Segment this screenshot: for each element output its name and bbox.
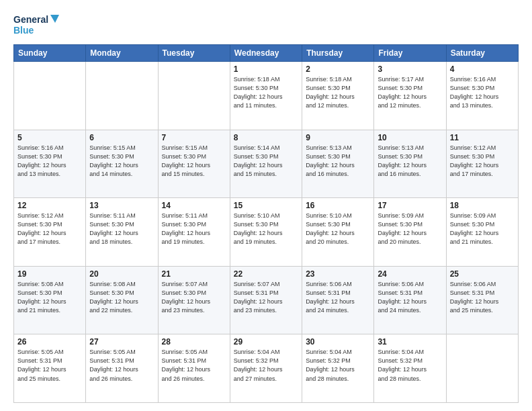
day-number: 26 (17, 337, 82, 347)
day-info: Sunrise: 5:04 AM Sunset: 5:32 PM Dayligh… (234, 348, 298, 383)
calendar-header-friday: Friday (374, 45, 446, 62)
day-number: 31 (378, 337, 442, 347)
day-number: 7 (162, 133, 226, 142)
day-info: Sunrise: 5:15 AM Sunset: 5:30 PM Dayligh… (162, 144, 226, 179)
calendar-cell (158, 62, 230, 130)
calendar-cell: 20Sunrise: 5:08 AM Sunset: 5:30 PM Dayli… (86, 266, 158, 334)
day-number: 10 (378, 133, 442, 142)
day-info: Sunrise: 5:11 AM Sunset: 5:30 PM Dayligh… (162, 212, 226, 246)
calendar-cell (86, 62, 158, 130)
day-number: 30 (306, 337, 370, 347)
day-info: Sunrise: 5:07 AM Sunset: 5:30 PM Dayligh… (162, 280, 226, 315)
calendar-cell: 24Sunrise: 5:06 AM Sunset: 5:31 PM Dayli… (374, 266, 446, 334)
day-number: 21 (162, 269, 226, 279)
day-info: Sunrise: 5:05 AM Sunset: 5:31 PM Dayligh… (162, 348, 226, 383)
day-number: 14 (162, 201, 226, 210)
calendar-header-saturday: Saturday (446, 45, 518, 62)
calendar-cell (446, 334, 518, 403)
calendar-week-row-1: 1Sunrise: 5:18 AM Sunset: 5:30 PM Daylig… (14, 62, 519, 130)
day-info: Sunrise: 5:09 AM Sunset: 5:30 PM Dayligh… (378, 212, 442, 246)
day-info: Sunrise: 5:06 AM Sunset: 5:31 PM Dayligh… (306, 280, 370, 315)
calendar-week-row-5: 26Sunrise: 5:05 AM Sunset: 5:31 PM Dayli… (14, 334, 519, 403)
day-number: 4 (450, 64, 515, 74)
day-number: 12 (17, 201, 82, 210)
day-number: 29 (234, 337, 298, 347)
day-number: 2 (306, 64, 370, 74)
calendar-cell: 3Sunrise: 5:17 AM Sunset: 5:30 PM Daylig… (374, 62, 446, 130)
day-number: 1 (234, 64, 298, 74)
calendar-cell: 1Sunrise: 5:18 AM Sunset: 5:30 PM Daylig… (230, 62, 302, 130)
calendar-cell: 5Sunrise: 5:16 AM Sunset: 5:30 PM Daylig… (14, 130, 86, 198)
day-info: Sunrise: 5:11 AM Sunset: 5:30 PM Dayligh… (89, 212, 154, 246)
day-number: 6 (89, 133, 154, 142)
svg-text:Blue: Blue (13, 25, 34, 36)
day-number: 11 (450, 133, 515, 142)
svg-marker-2 (50, 15, 59, 23)
calendar-cell (14, 62, 86, 130)
day-info: Sunrise: 5:18 AM Sunset: 5:30 PM Dayligh… (306, 75, 370, 110)
day-number: 19 (17, 269, 82, 279)
day-number: 3 (378, 64, 442, 74)
calendar-cell: 6Sunrise: 5:15 AM Sunset: 5:30 PM Daylig… (86, 130, 158, 198)
day-number: 13 (89, 201, 154, 210)
calendar-cell: 11Sunrise: 5:12 AM Sunset: 5:30 PM Dayli… (446, 130, 518, 198)
day-info: Sunrise: 5:16 AM Sunset: 5:30 PM Dayligh… (17, 144, 82, 179)
calendar-cell: 14Sunrise: 5:11 AM Sunset: 5:30 PM Dayli… (158, 198, 230, 267)
calendar-header-tuesday: Tuesday (158, 45, 230, 62)
day-info: Sunrise: 5:17 AM Sunset: 5:30 PM Dayligh… (378, 75, 442, 110)
calendar-cell: 29Sunrise: 5:04 AM Sunset: 5:32 PM Dayli… (230, 334, 302, 403)
day-info: Sunrise: 5:06 AM Sunset: 5:31 PM Dayligh… (378, 280, 442, 315)
page: General Blue SundayMondayTuesdayWednesda… (0, 0, 532, 411)
day-info: Sunrise: 5:16 AM Sunset: 5:30 PM Dayligh… (450, 75, 515, 110)
day-info: Sunrise: 5:08 AM Sunset: 5:30 PM Dayligh… (89, 280, 154, 315)
day-info: Sunrise: 5:10 AM Sunset: 5:30 PM Dayligh… (234, 212, 298, 246)
calendar-cell: 7Sunrise: 5:15 AM Sunset: 5:30 PM Daylig… (158, 130, 230, 198)
day-info: Sunrise: 5:18 AM Sunset: 5:30 PM Dayligh… (234, 75, 298, 110)
day-info: Sunrise: 5:13 AM Sunset: 5:30 PM Dayligh… (378, 144, 442, 179)
calendar-week-row-4: 19Sunrise: 5:08 AM Sunset: 5:30 PM Dayli… (14, 266, 519, 334)
day-info: Sunrise: 5:05 AM Sunset: 5:31 PM Dayligh… (17, 348, 82, 383)
calendar-header-sunday: Sunday (14, 45, 86, 62)
calendar-cell: 18Sunrise: 5:09 AM Sunset: 5:30 PM Dayli… (446, 198, 518, 267)
calendar-cell: 23Sunrise: 5:06 AM Sunset: 5:31 PM Dayli… (302, 266, 374, 334)
day-info: Sunrise: 5:04 AM Sunset: 5:32 PM Dayligh… (378, 348, 442, 383)
calendar-header-row: SundayMondayTuesdayWednesdayThursdayFrid… (14, 45, 519, 62)
calendar-cell: 28Sunrise: 5:05 AM Sunset: 5:31 PM Dayli… (158, 334, 230, 403)
calendar-cell: 19Sunrise: 5:08 AM Sunset: 5:30 PM Dayli… (14, 266, 86, 334)
calendar-cell: 25Sunrise: 5:06 AM Sunset: 5:31 PM Dayli… (446, 266, 518, 334)
day-number: 18 (450, 201, 515, 210)
calendar-week-row-3: 12Sunrise: 5:12 AM Sunset: 5:30 PM Dayli… (14, 198, 519, 267)
calendar-cell: 17Sunrise: 5:09 AM Sunset: 5:30 PM Dayli… (374, 198, 446, 267)
day-info: Sunrise: 5:07 AM Sunset: 5:31 PM Dayligh… (234, 280, 298, 315)
day-info: Sunrise: 5:08 AM Sunset: 5:30 PM Dayligh… (17, 280, 82, 315)
calendar-cell: 4Sunrise: 5:16 AM Sunset: 5:30 PM Daylig… (446, 62, 518, 130)
day-info: Sunrise: 5:12 AM Sunset: 5:30 PM Dayligh… (17, 212, 82, 246)
day-info: Sunrise: 5:10 AM Sunset: 5:30 PM Dayligh… (306, 212, 370, 246)
day-info: Sunrise: 5:13 AM Sunset: 5:30 PM Dayligh… (306, 144, 370, 179)
calendar-cell: 8Sunrise: 5:14 AM Sunset: 5:30 PM Daylig… (230, 130, 302, 198)
logo-svg: General Blue (13, 12, 60, 38)
calendar-cell: 26Sunrise: 5:05 AM Sunset: 5:31 PM Dayli… (14, 334, 86, 403)
calendar-table: SundayMondayTuesdayWednesdayThursdayFrid… (13, 44, 519, 403)
calendar-header-monday: Monday (86, 45, 158, 62)
day-number: 24 (378, 269, 442, 279)
calendar-cell: 13Sunrise: 5:11 AM Sunset: 5:30 PM Dayli… (86, 198, 158, 267)
day-info: Sunrise: 5:12 AM Sunset: 5:30 PM Dayligh… (450, 144, 515, 179)
calendar-cell: 22Sunrise: 5:07 AM Sunset: 5:31 PM Dayli… (230, 266, 302, 334)
calendar-cell: 30Sunrise: 5:04 AM Sunset: 5:32 PM Dayli… (302, 334, 374, 403)
day-number: 16 (306, 201, 370, 210)
svg-text:General: General (13, 14, 48, 25)
day-info: Sunrise: 5:06 AM Sunset: 5:31 PM Dayligh… (450, 280, 515, 315)
calendar-cell: 27Sunrise: 5:05 AM Sunset: 5:31 PM Dayli… (86, 334, 158, 403)
calendar-cell: 31Sunrise: 5:04 AM Sunset: 5:32 PM Dayli… (374, 334, 446, 403)
day-number: 27 (89, 337, 154, 347)
day-info: Sunrise: 5:15 AM Sunset: 5:30 PM Dayligh… (89, 144, 154, 179)
calendar-week-row-2: 5Sunrise: 5:16 AM Sunset: 5:30 PM Daylig… (14, 130, 519, 198)
calendar-cell: 15Sunrise: 5:10 AM Sunset: 5:30 PM Dayli… (230, 198, 302, 267)
day-number: 15 (234, 201, 298, 210)
calendar-header-thursday: Thursday (302, 45, 374, 62)
day-number: 9 (306, 133, 370, 142)
calendar-cell: 2Sunrise: 5:18 AM Sunset: 5:30 PM Daylig… (302, 62, 374, 130)
day-info: Sunrise: 5:04 AM Sunset: 5:32 PM Dayligh… (306, 348, 370, 383)
header: General Blue (13, 12, 519, 38)
